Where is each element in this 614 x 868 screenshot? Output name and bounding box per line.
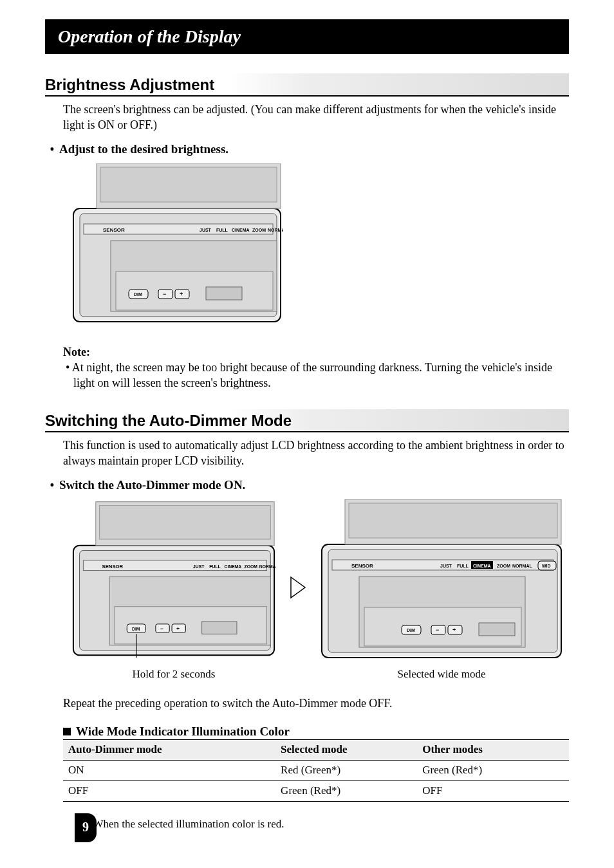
svg-text:DIM: DIM (132, 627, 140, 631)
bullet-dot: • (45, 477, 59, 493)
svg-text:+: + (176, 625, 180, 632)
svg-text:SENSOR: SENSOR (102, 564, 123, 569)
svg-text:ZOOM: ZOOM (245, 564, 258, 569)
svg-text:ZOOM: ZOOM (497, 564, 510, 568)
label-sensor: SENSOR (103, 227, 125, 233)
label-full: FULL (216, 228, 228, 232)
label-cinema: CINEMA (232, 228, 250, 232)
caption-right: Selected wide mode (319, 667, 564, 682)
cell: ON (63, 761, 275, 781)
cell: Green (Red*) (275, 781, 417, 802)
svg-text:SENSOR: SENSOR (351, 563, 373, 569)
section-heading-autodimmer: Switching the Auto-Dimmer Mode (45, 409, 569, 432)
autodimmer-repeat: Repeat the preceding operation to switch… (63, 696, 569, 711)
section-heading-text: Switching the Auto-Dimmer Mode (45, 412, 292, 429)
note-body: • At night, the screen may be too bright… (73, 360, 569, 391)
svg-text:WID: WID (542, 564, 551, 568)
svg-text:+: + (452, 627, 456, 633)
device-diagram-pair: SENSOR JUST FULL CINEMA ZOOM NORMA DIM −… (71, 499, 569, 681)
svg-rect-3 (100, 167, 277, 202)
svg-text:CINEMA: CINEMA (225, 564, 242, 569)
section-heading-text: Brightness Adjustment (45, 76, 214, 93)
svg-text:DIM: DIM (407, 628, 415, 633)
th-other: Other modes (417, 740, 569, 760)
svg-text:+: + (180, 291, 183, 297)
cell: Red (Green*) (275, 761, 417, 781)
autodimmer-intro: This function is used to automatically a… (63, 438, 569, 469)
bullet-adjust-brightness: • Adjust to the desired brightness. (45, 141, 569, 158)
th-autodimmer: Auto-Dimmer mode (63, 740, 275, 760)
svg-text:JUST: JUST (193, 564, 205, 569)
device-diagram-right: SENSOR JUST FULL CINEMA ZOOM NORMAL WID … (319, 499, 564, 681)
svg-text:NORMAL: NORMAL (512, 564, 532, 568)
bullet-dot: • (45, 142, 59, 157)
arrow-icon (290, 576, 306, 606)
note-heading: Note: (63, 344, 569, 360)
page-number: 9 (75, 813, 97, 842)
svg-rect-13 (100, 506, 271, 539)
svg-text:NORMA: NORMA (259, 564, 276, 569)
sub-heading-text: Wide Mode Indicator Illumination Color (76, 723, 290, 740)
cell: OFF (63, 781, 275, 802)
table-header-row: Auto-Dimmer mode Selected mode Other mod… (63, 740, 569, 760)
page-title-bar: Operation of the Display (45, 19, 569, 54)
brightness-intro: The screen's brightness can be adjusted.… (63, 102, 569, 133)
table-row: OFF Green (Red*) OFF (63, 781, 569, 802)
device-diagram-brightness: SENSOR JUST FULL CINEMA ZOOM NORMA DIM −… (71, 163, 569, 328)
svg-text:FULL: FULL (209, 564, 220, 569)
section-heading-brightness: Brightness Adjustment (45, 73, 569, 97)
svg-text:−: − (163, 291, 166, 297)
slot (206, 287, 242, 300)
table-row: ON Red (Green*) Green (Red*) (63, 761, 569, 781)
cell: OFF (417, 781, 569, 802)
svg-text:−: − (160, 625, 163, 632)
bullet-autodimmer-on: • Switch the Auto-Dimmer mode ON. (45, 477, 569, 494)
label-norma: NORMA (268, 228, 283, 232)
svg-text:CINEMA: CINEMA (473, 564, 491, 568)
footnote-text: When the selected illumination color is … (93, 817, 284, 832)
page-title: Operation of the Display (58, 26, 241, 46)
svg-text:FULL: FULL (457, 564, 469, 568)
svg-rect-29 (202, 622, 237, 634)
bullet-text: Switch the Auto-Dimmer mode ON. (59, 477, 245, 494)
svg-text:JUST: JUST (440, 564, 452, 568)
cell: Green (Red*) (417, 761, 569, 781)
caption-left: Hold for 2 seconds (71, 667, 277, 682)
svg-rect-35 (349, 503, 557, 538)
th-selected: Selected mode (275, 740, 417, 760)
svg-marker-31 (291, 577, 305, 598)
note-block: Note: • At night, the screen may be too … (63, 344, 569, 391)
device-diagram-left: SENSOR JUST FULL CINEMA ZOOM NORMA DIM −… (71, 499, 277, 681)
footnote: * When the selected illumination color i… (81, 817, 569, 832)
svg-text:−: − (436, 627, 439, 633)
black-square-icon (63, 728, 71, 735)
label-zoom: ZOOM (252, 228, 266, 232)
svg-rect-54 (479, 623, 515, 636)
sub-heading-color-table: Wide Mode Indicator Illumination Color (63, 723, 569, 741)
svg-text:DIM: DIM (134, 292, 142, 297)
color-table: Auto-Dimmer mode Selected mode Other mod… (63, 740, 569, 802)
label-just: JUST (200, 228, 212, 232)
device-svg: SENSOR JUST FULL CINEMA ZOOM NORMA DIM −… (71, 163, 283, 324)
bullet-text: Adjust to the desired brightness. (59, 141, 228, 158)
